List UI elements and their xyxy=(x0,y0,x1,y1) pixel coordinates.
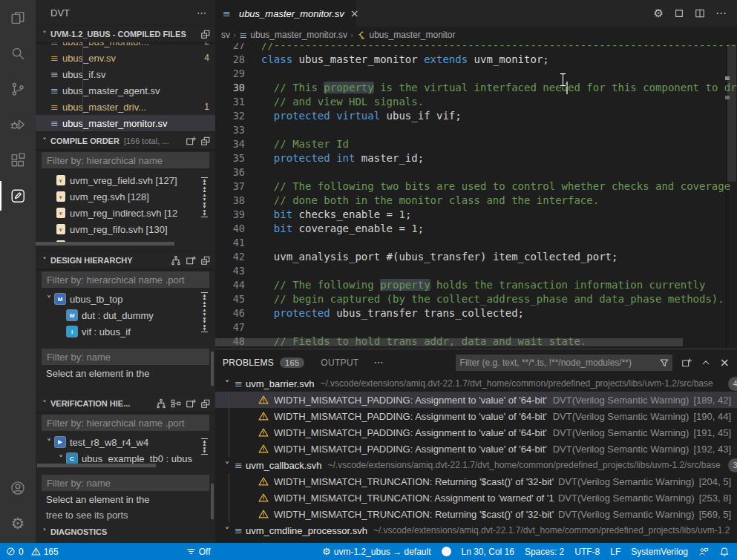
close-icon[interactable]: × xyxy=(720,355,730,369)
verification-hierarchy-filter-input[interactable] xyxy=(42,415,209,431)
section-compiled-files[interactable]: ˅ UVM-1.2_UBUS - COMPILED FILES xyxy=(36,26,215,42)
problem-row[interactable]: WIDTH_MISMATCH_TRUNCATION: Returning '$c… xyxy=(215,506,737,522)
code-line[interactable]: 34 // Master Id xyxy=(215,137,737,151)
problems-status[interactable]: 0 165 xyxy=(6,547,59,557)
code-line[interactable]: 39 bit checks_enable = 1; xyxy=(215,208,737,222)
verification-hierarchy-node[interactable]: ˅▶test_r8_w8_r4_w4 xyxy=(36,434,215,450)
activity-search[interactable] xyxy=(0,36,36,71)
file-item[interactable]: ≡ubus_env.sv4 xyxy=(36,50,215,66)
notifications-bell-icon[interactable] xyxy=(719,547,730,557)
design-hierarchy-filter-input[interactable] xyxy=(42,271,209,288)
code-line[interactable]: 43 xyxy=(215,264,737,278)
chevron-down-icon[interactable]: ˅ xyxy=(39,399,50,409)
hierarchy-icon[interactable] xyxy=(171,255,181,266)
code-line[interactable]: 45 // begin captured (by the collect_add… xyxy=(215,292,737,306)
chevron-down-icon[interactable]: ˅ xyxy=(43,294,55,305)
dvt-status-indicator[interactable] xyxy=(442,547,451,556)
horizontal-scrollbar[interactable] xyxy=(36,242,174,246)
compile-order-item[interactable]: vuvm_reg_fifo.svh [130] xyxy=(36,221,215,237)
tab-output[interactable]: OUTPUT xyxy=(321,358,358,368)
code-line[interactable]: 37 // The following two bits are used to… xyxy=(215,179,737,194)
vertical-scrollbar[interactable] xyxy=(211,484,214,519)
activity-source-control[interactable] xyxy=(0,71,36,107)
compile-order-item[interactable]: vuvm_reg.svh [128] xyxy=(36,188,215,205)
code-line[interactable]: 28class ubus_master_monitor extends uvm_… xyxy=(215,53,737,67)
code-line[interactable]: 27//------------------------------------… xyxy=(215,43,737,53)
design-hierarchy-name-filter-input[interactable] xyxy=(42,349,209,365)
more-icon[interactable]: ⋯ xyxy=(715,7,727,20)
code-line[interactable]: 41 xyxy=(215,236,737,250)
collapse-all-icon[interactable] xyxy=(200,255,211,266)
mapping-icon[interactable] xyxy=(171,398,181,409)
project-status[interactable]: ⚙ uvm-1.2_ubus → default xyxy=(322,546,430,557)
section-design-hierarchy[interactable]: ˅ DESIGN HIERARCHY xyxy=(36,252,215,269)
tab-problems[interactable]: PROBLEMS 165 xyxy=(223,358,304,368)
file-item[interactable]: ≡ubus_master_driv...1 xyxy=(36,99,215,115)
code-line[interactable]: 44 // The following property holds the t… xyxy=(215,278,737,292)
editor-scrollbar-thumb[interactable] xyxy=(727,45,736,182)
problems-group-row[interactable]: ˅≡uvm_callback.svh~/.vscode/extensions/a… xyxy=(215,457,737,473)
code-line[interactable]: 33 xyxy=(215,123,737,137)
verification-hierarchy-name-filter-input[interactable] xyxy=(42,475,209,491)
chevron-right-icon[interactable]: ˃ xyxy=(39,527,50,537)
code-line[interactable]: 30 // This property is the virtual inter… xyxy=(215,81,737,95)
chevron-up-icon[interactable] xyxy=(701,358,711,368)
new-window-icon[interactable] xyxy=(186,255,196,266)
more-actions-icon[interactable]: ⋯ xyxy=(197,7,206,19)
code-line[interactable]: 38 // done both in the monitor class and… xyxy=(215,194,737,208)
activity-dvt[interactable] xyxy=(0,178,36,214)
activity-account[interactable] xyxy=(0,470,36,506)
filter-funnel-icon[interactable] xyxy=(659,358,669,368)
code-line[interactable]: 31 // and view HDL signals. xyxy=(215,95,737,109)
new-window-icon[interactable] xyxy=(186,136,196,146)
cursor-position[interactable]: Ln 30, Col 16 xyxy=(462,547,514,557)
file-item[interactable]: ≡ubus_master_agent.sv xyxy=(36,82,215,99)
gear-icon[interactable]: ⚙ xyxy=(654,7,664,20)
chevron-down-icon[interactable]: ˅ xyxy=(39,256,50,266)
new-window-icon[interactable] xyxy=(681,358,692,368)
breadcrumb-symbol[interactable]: ubus_master_monitor xyxy=(369,30,455,40)
code-line[interactable]: 29 xyxy=(215,67,737,81)
code-line[interactable]: 40 bit coverage_enable = 1; xyxy=(215,222,737,236)
filters-status[interactable]: Off xyxy=(186,547,211,557)
nav-bottom-icon[interactable]: ▼▼ xyxy=(201,324,208,334)
problems-group-row[interactable]: ˅≡uvm_barrier.svh~/.vscode/extensions/am… xyxy=(215,375,737,392)
square-icon[interactable] xyxy=(674,8,684,19)
chevron-down-icon[interactable]: ˅ xyxy=(55,453,67,464)
section-compile-order[interactable]: ˅ COMPILE ORDER [166 total, ... xyxy=(36,133,215,149)
chevron-down-icon[interactable]: ˅ xyxy=(43,437,55,448)
split-editor-icon[interactable] xyxy=(695,8,705,19)
chevron-down-icon[interactable]: ˅ xyxy=(221,378,233,389)
indentation[interactable]: Spaces: 2 xyxy=(525,547,564,557)
problem-row[interactable]: WIDTH_MISMATCH_PADDING: Assignment to 'v… xyxy=(215,441,737,457)
problem-row[interactable]: WIDTH_MISMATCH_TRUNCATION: Assignment to… xyxy=(215,490,737,506)
hierarchy-icon[interactable] xyxy=(156,398,166,409)
encoding[interactable]: UTF-8 xyxy=(574,547,600,557)
vertical-scrollbar[interactable] xyxy=(211,352,214,386)
chevron-down-icon[interactable]: ˅ xyxy=(39,136,50,146)
code-editor[interactable]: 27//------------------------------------… xyxy=(215,43,737,349)
design-hierarchy-node[interactable]: Mdut : dut_dummy xyxy=(36,307,215,323)
breadcrumb-root[interactable]: sv xyxy=(221,30,230,40)
problem-row[interactable]: WIDTH_MISMATCH_PADDING: Assignment to 'v… xyxy=(215,392,737,408)
problems-group-row[interactable]: ˅≡uvm_cmdline_processor.svh~/.vscode/ext… xyxy=(215,522,737,538)
file-item[interactable]: ≡ubus_master_monitor.sv xyxy=(36,115,215,131)
problems-filter-input[interactable] xyxy=(460,358,659,368)
section-diagnostics[interactable]: ˃ DIAGNOSTICS xyxy=(36,524,215,540)
editor-horizontal-scrollbar[interactable] xyxy=(215,338,683,346)
design-hierarchy-node[interactable]: ivif : ubus_if xyxy=(36,323,215,340)
activity-run-and-debug[interactable] xyxy=(0,107,36,142)
problem-row[interactable]: WIDTH_MISMATCH_PADDING: Assignment to 'v… xyxy=(215,408,737,424)
new-window-icon[interactable] xyxy=(186,398,196,409)
code-line[interactable]: 35 protected int master_id; xyxy=(215,151,737,165)
compile-order-filter-input[interactable] xyxy=(42,152,209,168)
code-line[interactable]: 32 protected virtual ubus_if vif; xyxy=(215,109,737,123)
nav-bottom-icon[interactable]: ▼▼ xyxy=(201,209,208,219)
design-hierarchy-node[interactable]: ˅Mubus_tb_top xyxy=(36,291,215,307)
collapse-all-icon[interactable] xyxy=(200,136,211,146)
chevron-down-icon[interactable]: ˅ xyxy=(39,30,50,39)
collapse-all-icon[interactable] xyxy=(200,398,211,409)
feedback-icon[interactable] xyxy=(698,547,709,557)
tab-ubus-master-monitor[interactable]: ≡ ubus_master_monitor.sv × xyxy=(215,0,356,27)
close-icon[interactable]: × xyxy=(350,7,359,19)
